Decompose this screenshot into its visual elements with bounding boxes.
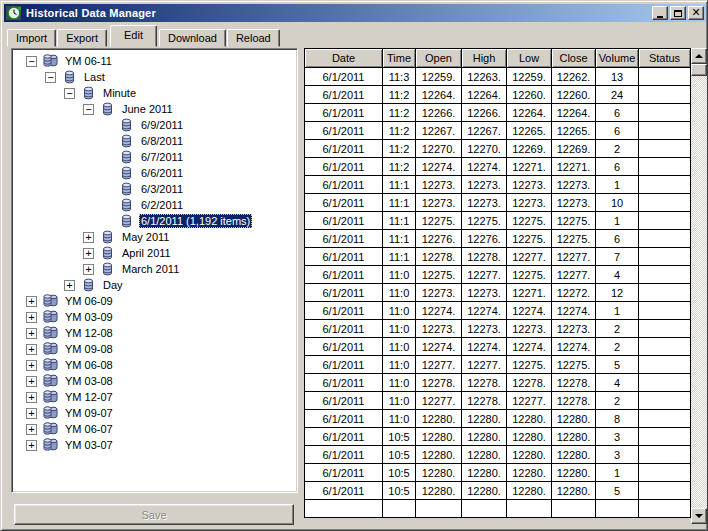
expand-icon[interactable]: +: [26, 328, 37, 339]
tree-item[interactable]: +YM 09-08: [12, 341, 297, 357]
tree-item[interactable]: +YM 03-07: [12, 437, 297, 453]
tree-item[interactable]: 6/3/2011: [12, 181, 297, 197]
tree-item[interactable]: 6/6/2011: [12, 165, 297, 181]
title-bar[interactable]: Historical Data Manager ✕: [4, 4, 706, 22]
table-row[interactable]: 6/1/201111:112278.12278.12277.12277.7: [305, 248, 691, 266]
expand-icon[interactable]: +: [26, 424, 37, 435]
expand-icon[interactable]: +: [26, 440, 37, 451]
tree-item[interactable]: +Day: [12, 277, 297, 293]
tree-item[interactable]: +YM 06-08: [12, 357, 297, 373]
table-row[interactable]: 6/1/201110:512280.12280.12280.12280.3: [305, 446, 691, 464]
scroll-thumb[interactable]: [691, 64, 707, 76]
expand-icon[interactable]: +: [26, 360, 37, 371]
table-row[interactable]: 6/1/201111:012275.12277.12275.12277.4: [305, 266, 691, 284]
table-row[interactable]: 6/1/201111:212266.12266.12264.12264.6: [305, 104, 691, 122]
table-row[interactable]: 6/1/201110:512280.12280.12280.12280.5: [305, 482, 691, 500]
tree-item[interactable]: +YM 06-09: [12, 293, 297, 309]
table-row[interactable]: 6/1/201111:112273.12273.12273.12273.1: [305, 176, 691, 194]
cell-volume: 1: [596, 176, 639, 194]
collapse-icon[interactable]: −: [83, 104, 94, 115]
close-button[interactable]: ✕: [688, 6, 704, 20]
tree-item[interactable]: +YM 06-07: [12, 421, 297, 437]
cell-status: [639, 428, 691, 446]
tree-item[interactable]: 6/7/2011: [12, 149, 297, 165]
tree-item[interactable]: +YM 03-08: [12, 373, 297, 389]
table-row[interactable]: 6/1/201110:512280.12280.12280.12280.1: [305, 464, 691, 482]
table-row[interactable]: [305, 500, 691, 518]
expand-icon[interactable]: +: [26, 312, 37, 323]
table-row[interactable]: 6/1/201111:112273.12273.12273.12273.10: [305, 194, 691, 212]
tree-item[interactable]: −YM 06-11: [12, 53, 297, 69]
tree-item[interactable]: 6/2/2011: [12, 197, 297, 213]
cell-open: 12278.: [416, 374, 462, 392]
tree-item[interactable]: +May 2011: [12, 229, 297, 245]
column-header-open[interactable]: Open: [416, 49, 462, 68]
table-row[interactable]: 6/1/201111:212267.12267.12265.12265.6: [305, 122, 691, 140]
cell-open: 12273.: [416, 194, 462, 212]
column-header-high[interactable]: High: [462, 49, 507, 68]
tree-item[interactable]: +YM 09-07: [12, 405, 297, 421]
tree-item[interactable]: −June 2011: [12, 101, 297, 117]
table-row[interactable]: 6/1/201110:512280.12280.12280.12280.3: [305, 428, 691, 446]
expand-icon[interactable]: +: [26, 392, 37, 403]
expand-icon[interactable]: +: [83, 248, 94, 259]
expand-icon[interactable]: +: [26, 376, 37, 387]
table-row[interactable]: 6/1/201111:012278.12278.12278.12278.4: [305, 374, 691, 392]
expand-icon[interactable]: +: [83, 232, 94, 243]
tree-item[interactable]: 6/1/2011 (1,192 items): [12, 213, 297, 229]
column-header-volume[interactable]: Volume: [596, 49, 639, 68]
table-row[interactable]: 6/1/201111:112275.12275.12275.12275.1: [305, 212, 691, 230]
collapse-icon[interactable]: −: [26, 56, 37, 67]
table-row[interactable]: 6/1/201111:012273.12273.12273.12273.2: [305, 320, 691, 338]
column-header-low[interactable]: Low: [507, 49, 552, 68]
table-row[interactable]: 6/1/201111:012274.12274.12274.12274.2: [305, 338, 691, 356]
scroll-down-button[interactable]: [691, 508, 707, 524]
table-row[interactable]: 6/1/201111:012274.12274.12274.12274.1: [305, 302, 691, 320]
column-header-time[interactable]: Time: [383, 49, 416, 68]
expand-icon[interactable]: +: [26, 408, 37, 419]
collapse-icon[interactable]: −: [45, 72, 56, 83]
cell-date: 6/1/2011: [305, 302, 383, 320]
tab-edit[interactable]: Edit: [110, 25, 157, 47]
tab-download[interactable]: Download: [159, 29, 226, 47]
expand-icon[interactable]: +: [83, 264, 94, 275]
scroll-track[interactable]: [691, 76, 707, 508]
cell-status: [639, 410, 691, 428]
scroll-up-button[interactable]: [691, 48, 707, 64]
table-row[interactable]: 6/1/201111:212274.12274.12271.12271.6: [305, 158, 691, 176]
tree-item[interactable]: +YM 03-09: [12, 309, 297, 325]
tree-item[interactable]: −Last: [12, 69, 297, 85]
table-row[interactable]: 6/1/201111:212264.12264.12260.12260.24: [305, 86, 691, 104]
cell-status: [639, 482, 691, 500]
table-row[interactable]: 6/1/201111:012273.12273.12271.12272.12: [305, 284, 691, 302]
column-header-status[interactable]: Status: [639, 49, 691, 68]
tab-export[interactable]: Export: [57, 29, 107, 47]
tree-item[interactable]: −Minute: [12, 85, 297, 101]
tree-item[interactable]: +March 2011: [12, 261, 297, 277]
minimize-button[interactable]: [652, 6, 668, 20]
expand-icon[interactable]: +: [64, 280, 75, 291]
table-row[interactable]: 6/1/201111:312259.12263.12259.12262.13: [305, 68, 691, 86]
cell-low: 12280.: [507, 482, 552, 500]
tree-item[interactable]: 6/8/2011: [12, 133, 297, 149]
maximize-button[interactable]: [670, 6, 686, 20]
save-button[interactable]: Save: [14, 504, 294, 525]
vertical-scrollbar[interactable]: [691, 48, 707, 524]
tab-reload[interactable]: Reload: [227, 29, 280, 47]
tree-item[interactable]: +YM 12-08: [12, 325, 297, 341]
table-row[interactable]: 6/1/201111:012280.12280.12280.12280.8: [305, 410, 691, 428]
table-row[interactable]: 6/1/201111:112276.12276.12275.12275.6: [305, 230, 691, 248]
tab-import[interactable]: Import: [7, 29, 56, 47]
table-row[interactable]: 6/1/201111:012277.12277.12275.12275.5: [305, 356, 691, 374]
tree-item[interactable]: 6/9/2011: [12, 117, 297, 133]
tree-item[interactable]: +April 2011: [12, 245, 297, 261]
tree-item[interactable]: +YM 12-07: [12, 389, 297, 405]
table-row[interactable]: 6/1/201111:212270.12270.12269.12269.2: [305, 140, 691, 158]
column-header-close[interactable]: Close: [552, 49, 596, 68]
expand-icon[interactable]: +: [26, 344, 37, 355]
table-row[interactable]: 6/1/201111:012277.12278.12277.12278.2: [305, 392, 691, 410]
cell-volume: 3: [596, 428, 639, 446]
expand-icon[interactable]: +: [26, 296, 37, 307]
collapse-icon[interactable]: −: [64, 88, 75, 99]
column-header-date[interactable]: Date: [305, 49, 383, 68]
